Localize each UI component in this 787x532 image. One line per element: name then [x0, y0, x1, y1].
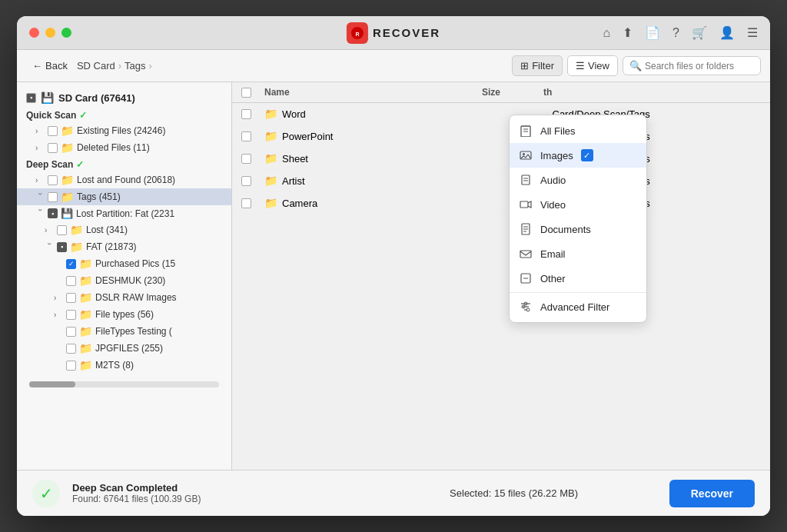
filetypes-testing-checkbox[interactable] [66, 327, 76, 337]
filter-audio[interactable]: Audio [510, 168, 646, 192]
row-check-box[interactable] [241, 109, 251, 119]
sidebar-item-purchased-pics[interactable]: › ✓ 📁 Purchased Pics (15 [17, 255, 231, 272]
sidebar-scrollbar-track[interactable] [29, 381, 219, 387]
menu-icon[interactable]: ☰ [747, 25, 758, 40]
help-icon[interactable]: ? [672, 26, 679, 40]
filter-video-label: Video [540, 199, 566, 211]
filter-documents[interactable]: Documents [510, 217, 646, 241]
folder-icon: 📁 [264, 175, 277, 187]
sidebar-scrollbar-area [17, 374, 231, 395]
row-check-box[interactable] [241, 198, 251, 208]
filter-video[interactable]: Video [510, 192, 646, 217]
sidebar-item-tags[interactable]: › 📁 Tags (451) [17, 188, 231, 205]
table-row[interactable]: 📁 Camera Card/Deep Scan/Tags [232, 192, 770, 214]
lost-label: Lost (341) [86, 224, 128, 235]
row-check-box[interactable] [241, 176, 251, 186]
maximize-button[interactable] [61, 28, 71, 38]
sidebar-item-jpgfiles[interactable]: › 📁 JPGFILES (255) [17, 340, 231, 357]
dslr-label: DSLR RAW Images [95, 292, 177, 303]
back-arrow-icon: ← [32, 60, 42, 71]
filetypes-checkbox[interactable] [66, 310, 76, 320]
user-icon[interactable]: 👤 [719, 25, 735, 40]
breadcrumb-tags[interactable]: Tags [125, 60, 145, 71]
lost-found-label: Lost and Found (20618) [77, 175, 175, 185]
sidebar-item-existing-files[interactable]: › 📁 Existing Files (24246) [17, 122, 231, 139]
fat-checkbox[interactable]: ▪ [57, 242, 67, 252]
export-icon[interactable]: ⬆ [623, 25, 633, 40]
expander-icon: › [36, 192, 45, 201]
back-button[interactable]: ← Back [26, 57, 74, 75]
search-input[interactable] [645, 61, 754, 71]
sidebar-item-lost[interactable]: › 📁 Lost (341) [17, 221, 231, 238]
search-box[interactable]: 🔍 [623, 56, 761, 75]
dslr-checkbox[interactable] [66, 293, 76, 303]
filter-advanced[interactable]: Advanced Filter [510, 294, 646, 319]
folder-icon: 📁 [264, 108, 277, 120]
filter-dropdown: All Files Images ✓ [509, 115, 647, 323]
deleted-files-label: Deleted Files (11) [77, 142, 150, 153]
row-checkbox[interactable] [241, 176, 264, 186]
jpgfiles-checkbox[interactable] [66, 344, 76, 354]
deshmuk-checkbox[interactable] [66, 276, 76, 286]
row-check-box[interactable] [241, 154, 251, 164]
file-icon[interactable]: 📄 [645, 25, 660, 40]
folder-icon: 📁 [61, 125, 74, 137]
header-path-col: th [543, 87, 761, 98]
sidebar-item-lost-partition[interactable]: › ▪ 💾 Lost Partition: Fat (2231 [17, 205, 231, 221]
recover-button[interactable]: Recover [669, 480, 755, 507]
root-checkbox[interactable]: ▪ [26, 93, 36, 103]
tags-checkbox[interactable] [48, 192, 58, 202]
file-name: Artist [282, 175, 491, 187]
minimize-button[interactable] [45, 28, 55, 38]
expander-icon: › [36, 209, 45, 218]
row-checkbox[interactable] [241, 198, 264, 208]
app-logo: R [347, 22, 368, 44]
folder-icon: 📁 [61, 141, 74, 154]
header-checkbox[interactable] [241, 88, 251, 98]
table-row[interactable]: 📁 Sheet Card/Deep Scan/Tags [232, 148, 770, 170]
existing-files-checkbox[interactable] [48, 126, 58, 136]
header-check-col [241, 88, 264, 98]
sidebar-item-lost-and-found[interactable]: › 📁 Lost and Found (20618) [17, 171, 231, 188]
filter-all-files[interactable]: All Files [510, 118, 646, 143]
lost-partition-checkbox[interactable]: ▪ [48, 208, 58, 218]
home-icon[interactable]: ⌂ [603, 26, 610, 40]
lost-checkbox[interactable] [57, 225, 67, 235]
close-button[interactable] [29, 28, 39, 38]
quick-scan-label: Quick Scan [26, 110, 76, 121]
filter-email[interactable]: Email [510, 241, 646, 266]
filter-images[interactable]: Images ✓ [510, 143, 646, 168]
m2ts-checkbox[interactable] [66, 361, 76, 371]
sidebar-item-dslr[interactable]: › 📁 DSLR RAW Images [17, 289, 231, 306]
sidebar-item-fat[interactable]: › ▪ 📁 FAT (21873) [17, 238, 231, 255]
row-checkbox[interactable] [241, 154, 264, 164]
filter-button[interactable]: ⊞ Filter [512, 55, 563, 76]
breadcrumb-sdcard[interactable]: SD Card [77, 60, 115, 71]
row-checkbox[interactable] [241, 109, 264, 119]
drive-icon2: 💾 [61, 208, 73, 219]
cart-icon[interactable]: 🛒 [692, 25, 707, 40]
filter-other[interactable]: Other [510, 266, 646, 291]
app-title: RECOVER [373, 26, 440, 39]
file-area: Name Size th 📁 Word Card/Deep Scan/Tags [232, 82, 770, 470]
sidebar-item-filetypes[interactable]: › 📁 File types (56) [17, 306, 231, 323]
documents-icon [519, 222, 533, 236]
purchased-pics-checkbox[interactable]: ✓ [66, 259, 76, 269]
sidebar-scrollbar-thumb[interactable] [29, 381, 75, 387]
row-checkbox[interactable] [241, 131, 264, 141]
sidebar-item-filetypes-testing[interactable]: › 📁 FileTypes Testing ( [17, 323, 231, 340]
filter-other-label: Other [540, 273, 566, 284]
table-row[interactable]: 📁 Word Card/Deep Scan/Tags [232, 103, 770, 125]
sidebar-item-deshmuk[interactable]: › 📁 DESHMUK (230) [17, 272, 231, 289]
table-row[interactable]: 📁 Artist Card/Deep Scan/Tags [232, 170, 770, 192]
sidebar-root[interactable]: ▪ 💾 SD Card (67641) [17, 88, 231, 107]
sidebar-item-m2ts[interactable]: › 📁 M2TS (8) [17, 357, 231, 374]
row-check-box[interactable] [241, 131, 251, 141]
sidebar-item-deleted-files[interactable]: › 📁 Deleted Files (11) [17, 139, 231, 156]
table-row[interactable]: 📁 PowerPoint Card/Deep Scan/Tags [232, 125, 770, 148]
view-button[interactable]: ☰ View [567, 55, 618, 76]
filter-icon: ⊞ [520, 60, 529, 71]
email-icon [519, 247, 533, 261]
lost-found-checkbox[interactable] [48, 175, 58, 185]
deleted-files-checkbox[interactable] [48, 143, 58, 153]
